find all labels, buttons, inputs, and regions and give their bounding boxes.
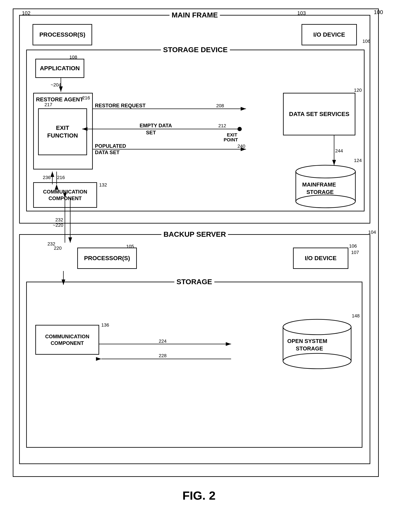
mainframe-title: MAIN FRAME [169, 11, 220, 19]
exit-function-label: EXIT FUNCTION [47, 124, 78, 140]
ref-124: 124 [354, 158, 362, 163]
svg-text:RESTORE REQUEST: RESTORE REQUEST [95, 103, 146, 108]
mainframe-storage-cylinder: MAINFRAME STORAGE [289, 163, 362, 206]
svg-text:OPEN SYSTEM: OPEN SYSTEM [287, 338, 327, 344]
data-set-services-label: DATA SET SERVICES [289, 110, 349, 118]
svg-text:240: 240 [237, 144, 245, 149]
ref-100: 100 [374, 9, 383, 16]
ref-103: 103 [297, 10, 306, 16]
svg-text:EMPTY DATA: EMPTY DATA [140, 123, 172, 128]
ref-106-top: 106 [362, 38, 370, 44]
application-label: APPLICATION [40, 64, 80, 72]
io-device-box-bs: I/O DEVICE [293, 247, 348, 269]
ref-132: 132 [99, 182, 107, 188]
svg-point-30 [296, 165, 355, 178]
svg-point-41 [283, 319, 351, 335]
ref-148: 148 [352, 313, 360, 319]
open-system-storage-cylinder: OPEN SYSTEM STORAGE [277, 316, 357, 367]
ref-136: 136 [101, 322, 109, 328]
svg-rect-29 [296, 171, 355, 201]
io-device-label-bs: I/O DEVICE [305, 254, 337, 262]
comm-component-box-bs: COMMUNICATION COMPONENT [35, 325, 99, 355]
comm-component-label-bs: COMMUNICATION COMPONENT [45, 333, 89, 346]
arrow-228: 228 [99, 353, 235, 365]
svg-text:DATA SET: DATA SET [95, 149, 120, 155]
ref-104: 104 [368, 229, 376, 235]
arrow-restore-request: RESTORE REQUEST 208 [93, 103, 250, 116]
arrow-populated-data-set: POPULATED DATA SET 240 [93, 144, 250, 157]
backup-server-title: BACKUP SERVER [161, 230, 228, 238]
ref-107: 107 [351, 250, 359, 255]
svg-text:236: 236 [43, 175, 51, 180]
svg-point-9 [237, 127, 242, 131]
fig-label: FIG. 2 [182, 488, 216, 502]
svg-text:EXIT: EXIT [227, 132, 237, 138]
storage-device-title: STORAGE DEVICE [161, 45, 230, 54]
svg-rect-40 [283, 327, 351, 361]
arrow-244: 244 [328, 135, 341, 170]
comm-component-box-mf: COMMUNICATION COMPONENT [33, 182, 97, 208]
application-box: APPLICATION [35, 59, 84, 78]
data-set-services-box: DATA SET SERVICES [283, 93, 355, 135]
ref-220-label: 220 [54, 246, 62, 251]
storage-inner-frame: STORAGE COMMUNICATION COMPONENT 136 OPEN… [26, 282, 362, 448]
arrow-empty-data-set: EMPTY DATA SET 212 EXIT POINT [80, 123, 242, 140]
restore-agent-box: RESTORE AGENT 216 217 EXIT FUNCTION [33, 93, 93, 170]
svg-text:POPULATED: POPULATED [95, 143, 126, 149]
svg-text:STORAGE: STORAGE [296, 345, 323, 352]
processors-box-bs: PROCESSOR(S) [77, 247, 137, 269]
svg-text:STORAGE: STORAGE [306, 189, 334, 195]
io-device-label-mf: I/O DEVICE [313, 31, 345, 38]
svg-point-31 [296, 195, 355, 208]
ref-105: 105 [126, 244, 134, 249]
svg-text:224: 224 [159, 338, 167, 344]
diagram-container: 100 MAIN FRAME 102 103 PROCESSOR(S) I/O … [13, 8, 385, 509]
svg-text:~204: ~204 [51, 82, 61, 88]
ref-102: 102 [22, 10, 31, 16]
storage-device-frame: STORAGE DEVICE 106 APPLICATION 108 RESTO… [26, 50, 365, 211]
svg-text:212: 212 [218, 123, 226, 128]
ref-216a: 216 [82, 95, 90, 101]
ref-120: 120 [354, 88, 362, 93]
svg-text:POINT: POINT [224, 137, 238, 142]
processors-label-bs: PROCESSOR(S) [84, 254, 130, 262]
svg-text:228: 228 [159, 353, 167, 358]
ref-108: 108 [69, 55, 77, 60]
storage-title: STORAGE [174, 278, 214, 286]
io-device-box-mf: I/O DEVICE [302, 24, 357, 45]
backup-server-section: BACKUP SERVER 104 232 220 PROCESSOR(S) 1… [19, 234, 370, 464]
svg-text:SET: SET [146, 130, 156, 135]
comm-component-label-mf: COMMUNICATION COMPONENT [43, 188, 87, 202]
ref-217: 217 [44, 102, 52, 108]
exit-function-box: EXIT FUNCTION [38, 108, 87, 155]
svg-point-42 [283, 353, 351, 369]
svg-text:244: 244 [335, 148, 343, 153]
processors-box-mf: PROCESSOR(S) [32, 24, 92, 45]
svg-text:MAINFRAME: MAINFRAME [302, 181, 336, 188]
ref-106-bs: 106 [349, 243, 357, 249]
svg-text:216: 216 [57, 175, 65, 180]
mainframe-section: MAIN FRAME 102 103 PROCESSOR(S) I/O DEVI… [19, 15, 370, 223]
arrow-204: ~204 [55, 78, 67, 95]
processors-label-mf: PROCESSOR(S) [39, 31, 85, 38]
svg-text:208: 208 [216, 103, 224, 108]
arrow-224: 224 [99, 340, 235, 353]
restore-agent-label: RESTORE AGENT [36, 96, 83, 103]
